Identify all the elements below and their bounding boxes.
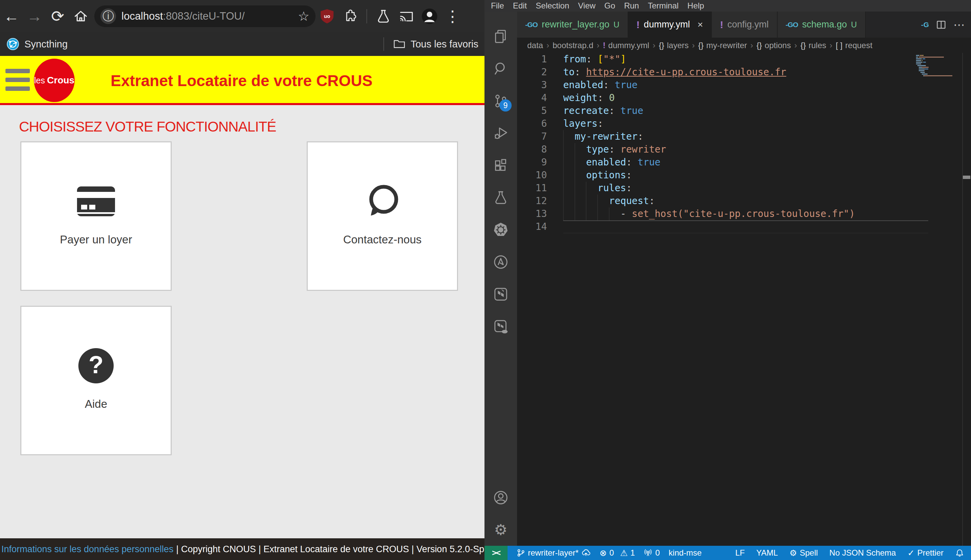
eol-item[interactable]: LF (735, 548, 745, 558)
explorer-icon[interactable] (485, 20, 517, 53)
minimap-token (916, 62, 922, 63)
spell-item[interactable]: ⚙Spell (789, 548, 818, 558)
code-line-8[interactable]: 8 type: rewriter (517, 143, 971, 156)
scrollbar-thumb[interactable] (963, 176, 970, 179)
source-control-icon[interactable]: 9 (485, 85, 517, 117)
menu-run[interactable]: Run (620, 1, 643, 10)
code-line-9[interactable]: 9 enabled: true (517, 156, 971, 169)
token: from (563, 53, 586, 65)
code-editor[interactable]: 1from: ["*"]2to: https://cite-u-pp.crous… (517, 53, 971, 546)
json-schema-item[interactable]: No JSON Schema (829, 548, 896, 558)
extensions-icon[interactable] (485, 149, 517, 182)
git-branch-item[interactable]: rewriter-layer* (516, 548, 591, 558)
menu-selection[interactable]: Selection (531, 1, 574, 10)
minimap-token (921, 63, 921, 64)
url-text[interactable]: localhost:8083/citeU-TOU/ (122, 10, 245, 22)
accounts-icon[interactable] (485, 482, 517, 513)
split-editor-icon[interactable] (936, 19, 947, 30)
experiments-button[interactable] (372, 5, 395, 28)
ansible-icon[interactable] (485, 246, 517, 278)
cast-button[interactable] (395, 5, 418, 28)
forward-button[interactable]: → (23, 5, 46, 28)
remote-indicator[interactable]: >< (485, 546, 508, 560)
terraform-cloud-icon[interactable] (485, 310, 517, 342)
token: : (586, 53, 592, 65)
hamburger-menu-icon[interactable] (5, 69, 30, 91)
code-line-3[interactable]: 3enabled: true (517, 78, 971, 92)
scrollbar-track (962, 53, 963, 546)
ports-item[interactable]: 0 (643, 548, 660, 558)
tab-rewriter_layer.go[interactable]: -GOrewriter_layer.goU (517, 12, 628, 38)
editor-more-actions[interactable]: ⋯ (953, 18, 965, 32)
code-line-4[interactable]: 4weight: 0 (517, 92, 971, 104)
extensions-button[interactable] (339, 5, 362, 28)
code-line-11[interactable]: 11 rules: (517, 182, 971, 195)
bookmark-star-icon[interactable]: ☆ (298, 9, 309, 24)
page-heading: CHOISISSEZ VOTRE FONCTIONNALITÉ (19, 118, 276, 135)
home-button[interactable] (69, 5, 92, 28)
crous-logo[interactable]: lesCrous (34, 58, 75, 102)
close-tab-icon[interactable]: × (697, 19, 703, 30)
code-line-2[interactable]: 2to: https://cite-u-pp.crous-toulouse.fr (517, 66, 971, 78)
breadcrumb-rules[interactable]: {}rules (801, 41, 826, 50)
card-speech-bubble[interactable]: Contactez-nous (307, 142, 458, 291)
cast-icon (399, 8, 414, 24)
url-bar[interactable]: ⓘ localhost:8083/citeU-TOU/ ☆ (94, 5, 316, 27)
kubernetes-icon[interactable] (485, 213, 517, 246)
breadcrumb-dummy.yml[interactable]: !dummy.yml (603, 41, 649, 50)
testing-icon[interactable] (485, 182, 517, 213)
tab-config.yml[interactable]: !config.yml (712, 12, 778, 38)
minimap-token (919, 67, 921, 68)
code-line-1[interactable]: 1from: ["*"] (517, 53, 971, 66)
notifications-item[interactable] (955, 548, 964, 558)
settings-gear-icon[interactable]: ⚙ (485, 513, 517, 546)
code-line-12[interactable]: 12 request: (517, 195, 971, 207)
tab-label: schema.go (802, 19, 847, 30)
token: https://cite-u-pp.crous-toulouse.fr (586, 67, 786, 78)
reload-button[interactable]: ⟳ (46, 5, 69, 28)
breadcrumb-layers[interactable]: {}layers (659, 41, 689, 50)
run-debug-icon[interactable] (485, 117, 517, 149)
all-bookmarks-folder[interactable]: Tous les favoris (393, 38, 478, 50)
breadcrumb-separator: › (829, 41, 832, 50)
personal-data-link[interactable]: Informations sur les données personnelle… (2, 544, 173, 555)
card-question-circle[interactable]: ?Aide (20, 306, 172, 455)
menu-edit[interactable]: Edit (508, 1, 531, 10)
menu-help[interactable]: Help (683, 1, 709, 10)
code-line-5[interactable]: 5recreate: true (517, 104, 971, 117)
breadcrumb-my-rewriter[interactable]: {}my-rewriter (698, 41, 747, 50)
minimap[interactable] (916, 55, 954, 78)
code-line-13[interactable]: 13 - set_host("cite-u-pp.crous-toulouse.… (517, 207, 971, 220)
back-button[interactable]: ← (0, 5, 23, 28)
tab-dummy.yml[interactable]: !dummy.yml× (628, 12, 712, 38)
code-line-6[interactable]: 6layers: (517, 117, 971, 130)
language-mode-item[interactable]: YAML (756, 548, 778, 558)
profile-button[interactable] (418, 5, 441, 28)
git-status-suffix: U (851, 20, 857, 30)
menu-go[interactable]: Go (600, 1, 620, 10)
tab-schema.go[interactable]: -GOschema.goU (778, 12, 866, 38)
code-line-7[interactable]: 7 my-rewriter: (517, 130, 971, 143)
ublock-extension-button[interactable]: uo (316, 5, 339, 28)
formatter-item[interactable]: ✓Prettier (907, 548, 944, 558)
bookmark-syncthing[interactable]: Syncthing (6, 37, 67, 51)
kube-context-item[interactable]: kind-mse (669, 548, 702, 558)
menu-terminal[interactable]: Terminal (643, 1, 683, 10)
terraform-icon[interactable] (485, 278, 517, 310)
problems-item[interactable]: ⊗ 0 ⚠ 1 (600, 548, 635, 558)
token: 0 (609, 92, 615, 103)
menu-view[interactable]: View (574, 1, 600, 10)
search-icon[interactable] (485, 53, 517, 85)
code-line-10[interactable]: 10 options: (517, 169, 971, 182)
editor-group: -GOrewriter_layer.goU!dummy.yml×!config.… (517, 12, 971, 546)
breadcrumb-request[interactable]: [ ]request (836, 41, 872, 50)
menu-file[interactable]: File (486, 1, 508, 10)
code-line-14[interactable]: 14 (517, 220, 971, 233)
code-text: type: rewriter (563, 143, 666, 156)
browser-menu-button[interactable]: ⋮ (441, 5, 464, 28)
site-info-icon[interactable]: ⓘ (100, 8, 116, 24)
breadcrumb-data[interactable]: data (527, 41, 543, 50)
card-credit-card[interactable]: Payer un loyer (20, 142, 172, 291)
breadcrumb-bootstrap.d[interactable]: bootstrap.d (553, 41, 593, 50)
breadcrumb-options[interactable]: {}options (757, 41, 791, 50)
